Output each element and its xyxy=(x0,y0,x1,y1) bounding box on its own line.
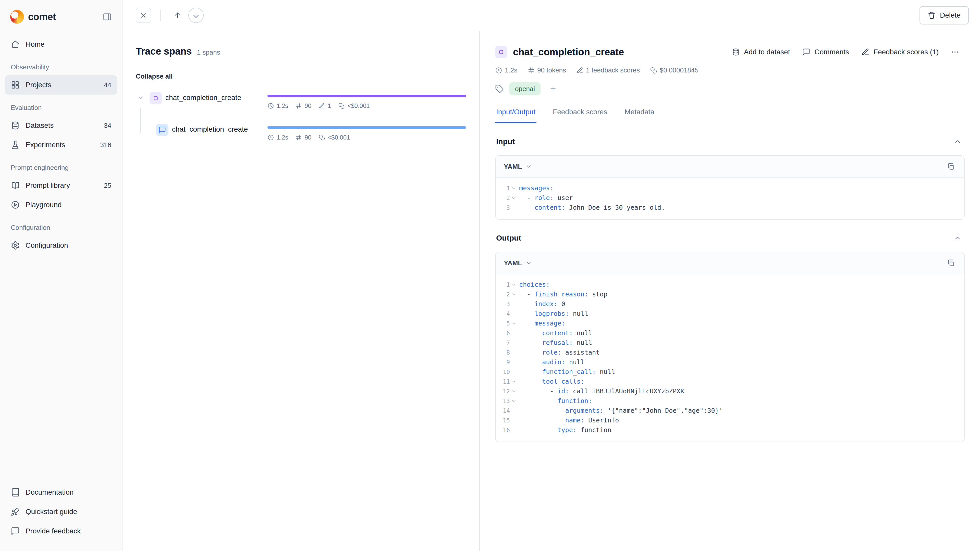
comet-logo-icon xyxy=(10,10,24,24)
line-number: 4 xyxy=(506,309,510,319)
sidebar-item[interactable]: Experiments 316 xyxy=(5,135,117,155)
input-section: Input YAML xyxy=(495,123,965,220)
line-number: 8 xyxy=(506,348,510,357)
span-collapse-caret[interactable] xyxy=(136,92,146,103)
span-meta-row: 1.2s 90 1 <$0.001 xyxy=(267,102,466,110)
next-trace-button[interactable] xyxy=(188,8,204,23)
nav-label: Configuration xyxy=(25,241,106,249)
chat-span-icon xyxy=(156,124,169,136)
detail-tab[interactable]: Metadata xyxy=(624,108,655,123)
trace-spans-panel: Trace spans 1 spans Collapse all chat_ xyxy=(123,30,480,551)
span-feedback-count: 1 xyxy=(318,102,331,110)
span-meta-row: 1.2s 90 <$0.001 xyxy=(267,134,466,141)
code-line: 14 arguments: '{"name":"John Doe","age":… xyxy=(496,406,964,416)
panel-toggle-icon xyxy=(103,12,112,21)
sidebar-item[interactable]: Playground xyxy=(5,195,117,214)
detail-tab[interactable]: Feedback scores xyxy=(552,108,608,123)
feedback-scores-button[interactable]: Feedback scores (1) xyxy=(856,44,944,60)
topbar: Delete xyxy=(123,0,980,30)
fold-chevron-icon[interactable] xyxy=(511,389,517,394)
comet-logo[interactable]: comet xyxy=(10,10,56,24)
span-tokens: 90 xyxy=(295,134,311,141)
copy-input-button[interactable] xyxy=(944,159,958,174)
sidebar-item-home[interactable]: Home xyxy=(5,35,117,54)
sidebar-footer-item[interactable]: Quickstart guide xyxy=(5,502,117,521)
code-line: 1 messages: xyxy=(496,183,964,193)
previous-trace-button[interactable] xyxy=(170,8,185,23)
nav-item-icon xyxy=(11,241,20,250)
code-line: 7 refusal: null xyxy=(496,338,964,348)
fold-chevron-icon[interactable] xyxy=(511,379,517,384)
pencil-icon xyxy=(318,103,325,109)
section-observability-items: Projects 44 xyxy=(5,75,117,95)
output-format-select[interactable]: YAML xyxy=(503,257,533,269)
trash-icon xyxy=(928,11,936,19)
output-code-area: 1 choices: 2 - f xyxy=(496,274,964,441)
fold-chevron-icon[interactable] xyxy=(511,398,517,404)
detail-tokens: 90 tokens xyxy=(528,66,566,74)
line-number: 7 xyxy=(506,338,510,348)
section-configuration-items: Configuration xyxy=(5,236,117,255)
caret-down-icon xyxy=(138,94,144,101)
sidebar-item[interactable]: Prompt library 25 xyxy=(5,176,117,195)
code-text: refusal: null xyxy=(519,338,592,348)
code-text: tool_calls: xyxy=(519,377,584,386)
fold-chevron-icon[interactable] xyxy=(511,195,517,201)
code-text: type: function xyxy=(519,425,611,435)
arrow-up-icon xyxy=(173,11,182,19)
ellipsis-icon xyxy=(951,48,959,56)
sidebar-collapse-button[interactable] xyxy=(100,9,115,24)
span-timeline-bar[interactable] xyxy=(267,126,466,129)
code-text: index: 0 xyxy=(519,299,565,309)
fold-chevron-icon[interactable] xyxy=(511,321,517,326)
span-row-root[interactable]: chat_completion_create 1.2s 90 1 <$0.001 xyxy=(136,92,466,117)
sidebar-item[interactable]: Datasets 34 xyxy=(5,116,117,135)
section-prompt-engineering-items: Prompt library 25 Playground xyxy=(5,176,117,214)
chevron-up-icon xyxy=(954,138,961,145)
input-format-select[interactable]: YAML xyxy=(503,161,533,173)
copy-output-button[interactable] xyxy=(944,256,958,270)
span-row-child[interactable]: chat_completion_create 1.2s 90 <$0.001 xyxy=(136,123,466,149)
span-square-icon xyxy=(152,94,159,102)
fold-chevron-icon[interactable] xyxy=(511,282,517,287)
line-number: 1 xyxy=(506,280,510,289)
collapse-input-button[interactable] xyxy=(951,135,964,148)
tag-badge[interactable]: openai xyxy=(509,83,541,95)
sidebar-footer-item[interactable]: Provide feedback xyxy=(5,521,117,541)
comments-button[interactable]: Comments xyxy=(797,44,854,60)
nav-item-icon xyxy=(11,80,20,89)
sidebar-item[interactable]: Configuration xyxy=(5,236,117,255)
collapse-output-button[interactable] xyxy=(951,232,964,244)
tag-row: openai xyxy=(495,82,965,96)
nav-label: Experiments xyxy=(25,141,95,149)
fold-chevron-icon[interactable] xyxy=(511,292,517,297)
code-text: arguments: '{"name":"John Doe","age":30}… xyxy=(519,406,723,416)
sidebar-item[interactable]: Projects 44 xyxy=(5,75,117,95)
close-trace-button[interactable] xyxy=(136,8,151,23)
line-number: 2 xyxy=(506,289,510,299)
more-actions-button[interactable] xyxy=(945,44,965,60)
code-line: 4 logprobs: null xyxy=(496,309,964,319)
delete-button[interactable]: Delete xyxy=(920,6,969,24)
fold-chevron-icon[interactable] xyxy=(511,186,517,191)
add-tag-button[interactable] xyxy=(546,82,560,96)
line-number: 3 xyxy=(506,299,510,309)
add-to-dataset-button[interactable]: Add to dataset xyxy=(726,44,796,60)
collapse-all-button[interactable]: Collapse all xyxy=(136,73,173,80)
input-code-area: 1 messages: 2 - xyxy=(496,178,964,219)
chevron-down-icon xyxy=(525,163,532,170)
main-area: Delete Trace spans 1 spans Collapse all xyxy=(123,0,980,551)
code-text: function: xyxy=(519,396,592,406)
clock-icon xyxy=(267,103,274,109)
nav-label: Projects xyxy=(25,81,98,89)
line-number: 12 xyxy=(503,386,510,396)
sidebar-footer-item[interactable]: Documentation xyxy=(5,483,117,502)
code-line: 16 type: function xyxy=(496,425,964,435)
code-line: 5 message: xyxy=(496,319,964,328)
span-square-icon xyxy=(497,48,505,56)
detail-tab[interactable]: Input/Output xyxy=(495,108,536,123)
nav-item-icon xyxy=(11,200,20,210)
line-number: 14 xyxy=(503,406,510,416)
span-timeline-bar[interactable] xyxy=(267,95,466,97)
span-tree: chat_completion_create 1.2s 90 1 <$0.001 xyxy=(136,92,466,149)
